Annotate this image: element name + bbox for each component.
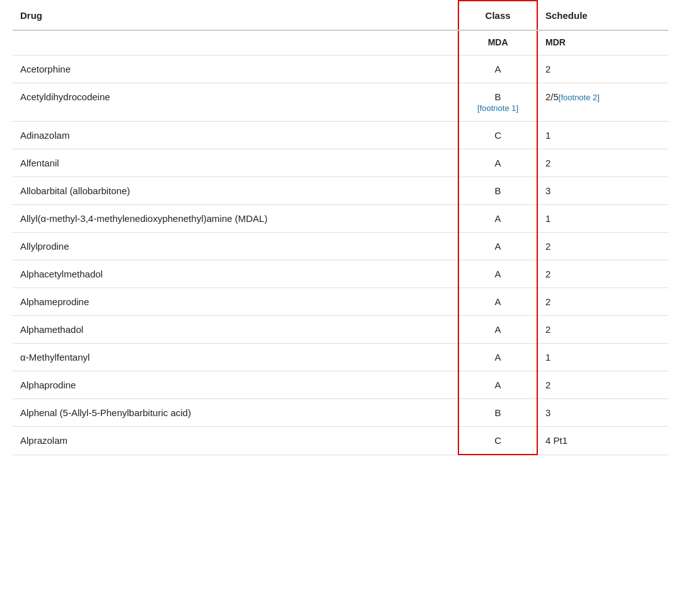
class-value: A xyxy=(495,296,501,307)
table-row: AlphameprodineA2 xyxy=(13,288,668,316)
drug-cell: Alphameprodine xyxy=(13,288,458,316)
drug-cell: Acetorphine xyxy=(13,55,458,83)
schedule-cell: 2 xyxy=(537,260,668,288)
table-row: AcetyldihydrocodeineB[footnote 1]2/5[foo… xyxy=(13,83,668,122)
drug-cell: Alphenal (5-Allyl-5-Phenylbarbituric aci… xyxy=(13,399,458,427)
drug-cell: Alphacetylmethadol xyxy=(13,260,458,288)
schedule-value: 3 xyxy=(545,407,550,418)
schedule-value: 1 xyxy=(545,352,550,363)
class-cell: B[footnote 1] xyxy=(458,83,537,122)
schedule-value: 1 xyxy=(545,130,550,141)
table-row: AcetorphineA2 xyxy=(13,55,668,83)
schedule-cell: 2 xyxy=(537,149,668,177)
class-cell: C xyxy=(458,122,537,149)
header-row: Drug Class Schedule xyxy=(13,1,668,30)
class-mda-subheader: MDA xyxy=(458,30,537,55)
class-cell: B xyxy=(458,399,537,427)
schedule-cell: 1 xyxy=(537,122,668,149)
class-value: B xyxy=(495,91,501,102)
schedule-value: 2 xyxy=(545,64,550,74)
table-row: AlprazolamC4 Pt1 xyxy=(13,427,668,455)
schedule-value: 2/5 xyxy=(545,91,559,102)
drug-cell: Acetyldihydrocodeine xyxy=(13,83,458,122)
footnote-link-class[interactable]: [footnote 1] xyxy=(477,103,518,113)
drug-cell: Allylprodine xyxy=(13,233,458,260)
class-value: C xyxy=(494,435,501,446)
schedule-value: 1 xyxy=(545,213,550,224)
table-row: AdinazolamC1 xyxy=(13,122,668,149)
schedule-value: 2 xyxy=(545,158,550,168)
table-row: Alphenal (5-Allyl-5-Phenylbarbituric aci… xyxy=(13,399,668,427)
class-cell: A xyxy=(458,344,537,371)
class-value: B xyxy=(495,407,501,418)
schedule-cell: 2/5[footnote 2] xyxy=(537,83,668,122)
schedule-cell: 2 xyxy=(537,233,668,260)
table-row: Allobarbital (allobarbitone)B3 xyxy=(13,177,668,205)
class-value: A xyxy=(495,64,501,74)
schedule-cell: 1 xyxy=(537,344,668,371)
subheader-row: MDA MDR xyxy=(13,30,668,55)
class-cell: A xyxy=(458,316,537,344)
drug-cell: Alphamethadol xyxy=(13,316,458,344)
class-header: Class xyxy=(458,1,537,30)
schedule-mdr-subheader: MDR xyxy=(537,30,668,55)
schedule-cell: 3 xyxy=(537,399,668,427)
table-row: AlfentanilA2 xyxy=(13,149,668,177)
table-row: α-MethylfentanylA1 xyxy=(13,344,668,371)
schedule-value: 2 xyxy=(545,380,550,390)
table-body: AcetorphineA2AcetyldihydrocodeineB[footn… xyxy=(13,55,668,455)
class-value: B xyxy=(495,185,501,196)
class-cell: A xyxy=(458,55,537,83)
drug-cell: Alprazolam xyxy=(13,427,458,455)
schedule-cell: 2 xyxy=(537,316,668,344)
class-value: A xyxy=(495,158,501,168)
table-row: AlphaprodineA2 xyxy=(13,371,668,399)
class-value: A xyxy=(495,213,501,224)
class-cell: A xyxy=(458,371,537,399)
class-cell: C xyxy=(458,427,537,455)
schedule-value: 3 xyxy=(545,185,550,196)
table-row: AllylprodineA2 xyxy=(13,233,668,260)
drug-subheader xyxy=(13,30,458,55)
schedule-cell: 1 xyxy=(537,205,668,233)
table-row: AlphamethadolA2 xyxy=(13,316,668,344)
drug-cell: Allobarbital (allobarbitone) xyxy=(13,177,458,205)
class-value: A xyxy=(495,269,501,279)
class-value: A xyxy=(495,324,501,335)
class-cell: A xyxy=(458,288,537,316)
drug-cell: Allyl(α-methyl-3,4-methylenedioxypheneth… xyxy=(13,205,458,233)
class-cell: B xyxy=(458,177,537,205)
schedule-value: 4 Pt1 xyxy=(545,435,568,446)
drug-cell: Alfentanil xyxy=(13,149,458,177)
class-cell: A xyxy=(458,205,537,233)
drug-cell: α-Methylfentanyl xyxy=(13,344,458,371)
drug-header: Drug xyxy=(13,1,458,30)
main-container: Drug Class Schedule MDA MDR AcetorphineA… xyxy=(0,0,681,455)
schedule-cell: 2 xyxy=(537,55,668,83)
class-cell: A xyxy=(458,149,537,177)
schedule-value: 2 xyxy=(545,296,550,307)
drug-table: Drug Class Schedule MDA MDR AcetorphineA… xyxy=(13,0,668,455)
schedule-cell: 3 xyxy=(537,177,668,205)
class-value: A xyxy=(495,380,501,390)
drug-cell: Adinazolam xyxy=(13,122,458,149)
schedule-cell: 2 xyxy=(537,288,668,316)
class-value: A xyxy=(495,352,501,363)
footnote-link-schedule[interactable]: [footnote 2] xyxy=(559,93,600,102)
schedule-header: Schedule xyxy=(537,1,668,30)
schedule-value: 2 xyxy=(545,324,550,335)
class-cell: A xyxy=(458,233,537,260)
class-value: A xyxy=(495,241,501,252)
schedule-cell: 2 xyxy=(537,371,668,399)
table-row: Allyl(α-methyl-3,4-methylenedioxypheneth… xyxy=(13,205,668,233)
schedule-cell: 4 Pt1 xyxy=(537,427,668,455)
schedule-value: 2 xyxy=(545,241,550,252)
table-row: AlphacetylmethadolA2 xyxy=(13,260,668,288)
class-cell: A xyxy=(458,260,537,288)
schedule-value: 2 xyxy=(545,269,550,279)
class-value: C xyxy=(494,130,501,141)
drug-cell: Alphaprodine xyxy=(13,371,458,399)
